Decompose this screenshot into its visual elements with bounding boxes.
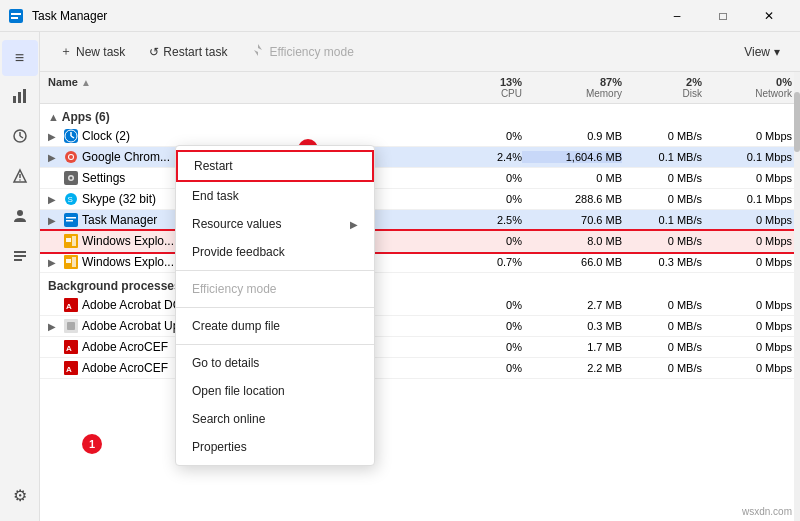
sidebar-item-apphistory[interactable] [2,120,38,156]
svg-rect-14 [14,255,26,257]
table-row[interactable]: ▶ Google Chrom... 2.4% 1,604.6 MB 0.1 MB… [40,147,800,168]
svg-rect-39 [67,322,75,330]
svg-rect-29 [66,220,73,222]
maximize-button[interactable]: □ [700,0,746,32]
acrocef-2-icon: A [64,361,78,375]
view-chevron-icon: ▾ [774,45,780,59]
clock-icon [64,129,78,143]
expand-icon: ▶ [48,131,60,142]
processes-icon: ≡ [15,49,24,67]
context-menu-create-dump[interactable]: Create dump file [176,312,374,340]
watermark: wsxdn.com [742,506,792,517]
svg-rect-5 [23,89,26,103]
title-bar: Task Manager – □ ✕ [0,0,800,32]
efficiency-mode-button[interactable]: Efficiency mode [243,39,362,64]
context-menu-sep-1 [176,270,374,271]
expand-icon: ▶ [48,215,60,226]
explorer-icon-2 [64,255,78,269]
view-button[interactable]: View ▾ [736,41,788,63]
col-cpu-header: 13% CPU [442,76,522,99]
context-menu-search-online[interactable]: Search online [176,405,374,433]
settings-proc-icon [64,171,78,185]
window-title: Task Manager [32,9,654,23]
window-controls: – □ ✕ [654,0,792,32]
svg-rect-34 [66,259,71,263]
minimize-button[interactable]: – [654,0,700,32]
svg-point-11 [19,179,21,181]
svg-rect-2 [11,17,18,19]
close-button[interactable]: ✕ [746,0,792,32]
settings-icon: ⚙ [13,486,27,505]
context-menu-provide-feedback[interactable]: Provide feedback [176,238,374,266]
table-row[interactable]: ▶ A Adobe AcroCEF 0% 1.7 MB 0 MB/s 0 Mbp… [40,337,800,358]
app-icon [8,8,24,24]
bg-section-header: Background processes (108) [40,273,800,295]
table-row[interactable]: ▶ Task Manager 2.5% 70.6 MB 0.1 MB/s 0 M… [40,210,800,231]
taskmgr-icon [64,213,78,227]
scrollbar-thumb[interactable] [794,92,800,152]
main-layout: ≡ [0,32,800,521]
svg-rect-4 [18,92,21,103]
table-row[interactable]: ▶ A Adobe Acrobat DC 0% 2.7 MB 0 MB/s 0 … [40,295,800,316]
scrollbar-track[interactable] [794,72,800,521]
svg-text:A: A [66,302,72,311]
efficiency-icon [251,43,265,60]
svg-text:A: A [66,344,72,353]
sidebar-item-startup[interactable] [2,160,38,196]
apps-section-header: ▲ Apps (6) [40,104,800,126]
svg-point-21 [69,155,73,159]
context-menu-efficiency-mode[interactable]: Efficiency mode [176,275,374,303]
context-menu-properties[interactable]: Properties [176,433,374,461]
table-header: Name ▲ 13% CPU 87% Memory 2% Disk 0% Net… [40,72,800,104]
new-task-button[interactable]: ＋ New task [52,39,133,64]
startup-icon [12,168,28,188]
sidebar-item-performance[interactable] [2,80,38,116]
col-name-header: Name ▲ [48,76,442,99]
acrobat-dc-icon: A [64,298,78,312]
context-menu-go-to-details[interactable]: Go to details [176,349,374,377]
table-row[interactable]: ▶ A Adobe AcroCEF 0% 2.2 MB 0 MB/s 0 Mbp… [40,358,800,379]
svg-text:S: S [68,195,73,204]
row-name-clock: ▶ Clock (2) [48,129,442,143]
svg-point-24 [70,177,73,180]
col-memory-header: 87% Memory [522,76,622,99]
svg-point-12 [17,210,23,216]
sidebar-item-settings[interactable]: ⚙ [2,477,38,513]
col-network-header: 0% Network [702,76,792,99]
context-menu-sep-2 [176,307,374,308]
table-row[interactable]: ▶ Settings 0% 0 MB 0 MB/s 0 Mbps [40,168,800,189]
expand-icon: ▶ [48,194,60,205]
expand-icon: ▶ [48,321,60,332]
table-row[interactable]: ▶ S Skype (32 bit) 0% 288.6 MB 0 MB/s 0.… [40,189,800,210]
context-menu-open-file-location[interactable]: Open file location [176,377,374,405]
context-menu-end-task[interactable]: End task [176,182,374,210]
context-menu-sep-3 [176,344,374,345]
svg-rect-15 [14,259,22,261]
svg-rect-32 [72,236,76,246]
sidebar-item-processes[interactable]: ≡ [2,40,38,76]
svg-rect-1 [11,13,21,15]
users-icon [12,208,28,228]
performance-icon [12,88,28,108]
col-disk-header: 2% Disk [622,76,702,99]
submenu-arrow-icon: ▶ [350,219,358,230]
svg-text:A: A [66,365,72,374]
sidebar-item-users[interactable] [2,200,38,236]
svg-rect-31 [66,238,71,242]
table-row[interactable]: ▶ Windows Explo... 0.7% 66.0 MB 0.3 MB/s… [40,252,800,273]
table-row[interactable]: ▶ Clock (2) 0% 0.9 MB 0 MB/s 0 Mbps [40,126,800,147]
expand-icon: ▶ [48,257,60,268]
table-row[interactable]: ▶ Windows Explo... 0% 8.0 MB 0 MB/s 0 Mb… [40,231,800,252]
context-menu-resource-values[interactable]: Resource values ▶ [176,210,374,238]
svg-rect-3 [13,96,16,103]
content-area: ＋ New task ↺ Restart task Efficiency mod… [40,32,800,521]
skype-icon: S [64,192,78,206]
context-menu-restart[interactable]: Restart [176,150,374,182]
sidebar-item-details[interactable] [2,240,38,276]
svg-rect-0 [9,9,23,23]
table-row[interactable]: ▶ Adobe Acrobat Update Servic... 0% 0.3 … [40,316,800,337]
new-task-icon: ＋ [60,43,72,60]
apphistory-icon [12,128,28,148]
restart-task-button[interactable]: ↺ Restart task [141,41,235,63]
svg-rect-28 [66,217,76,219]
